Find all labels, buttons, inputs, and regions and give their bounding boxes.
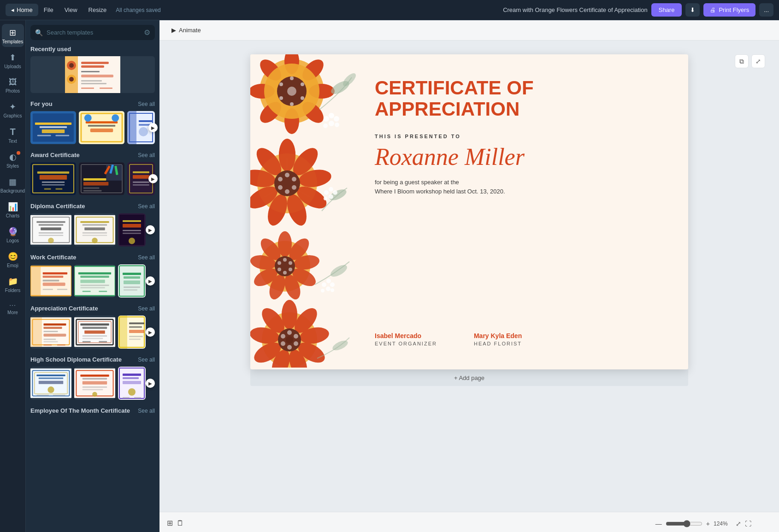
fullscreen-button[interactable]: ⛶ [745,520,751,527]
template-thumb-award-2[interactable] [79,162,124,195]
template-thumb-for-you-1[interactable] [30,111,76,144]
svg-rect-144 [36,395,49,396]
text-icon: T [10,127,15,137]
svg-point-159 [128,388,136,396]
for-you-scroll-arrow[interactable]: ▶ [148,123,158,132]
svg-rect-122 [80,323,109,325]
template-thumb-appreciation-3[interactable] [118,316,146,349]
diploma-cert-see-all[interactable]: See all [138,203,155,210]
svg-rect-39 [42,181,65,183]
employee-see-all[interactable]: See all [138,408,155,414]
work-cert-see-all[interactable]: See all [138,254,155,261]
fit-to-screen-button[interactable]: ⤢ [736,520,741,527]
home-button[interactable]: ◂ Home [6,4,38,16]
template-thumb-work-3[interactable] [118,264,146,298]
page-grid-button[interactable]: ⊞ [167,519,173,527]
template-thumb-diploma-3[interactable] [118,213,146,246]
work-cert-templates: ▶ [30,264,155,298]
svg-rect-78 [123,224,141,228]
award-cert-scroll-arrow[interactable]: ▶ [148,174,158,183]
search-input[interactable] [47,29,140,36]
for-you-see-all[interactable]: See all [138,101,155,107]
svg-point-221 [278,177,283,181]
appreciation-cert-scroll-arrow[interactable]: ▶ [146,327,155,337]
sidebar-item-styles[interactable]: ◐ Styles [2,148,24,171]
download-button[interactable]: ⬇ [685,3,700,17]
svg-point-234 [289,261,292,265]
certificate-canvas[interactable]: CERTIFICATE OF APPRECIATION THIS IS PRES… [250,54,688,369]
svg-rect-97 [80,285,109,286]
animate-button[interactable]: ▶ Animate [167,24,206,36]
resize-label: Resize [89,6,107,13]
template-thumb-appreciation-1[interactable] [30,316,71,349]
template-thumb-diploma-2[interactable] [74,213,115,246]
sidebar-item-photos[interactable]: 🖼 Photos [2,74,24,96]
diploma-cert-scroll-arrow[interactable]: ▶ [146,225,155,234]
template-thumb-highschool-3[interactable] [118,367,146,400]
sidebar-item-charts[interactable]: 📊 Charts [2,198,24,221]
sidebar-item-emoji[interactable]: 😊 Emoji [2,248,24,271]
add-page-bar[interactable]: + Add page [250,369,688,386]
work-cert-scroll-arrow[interactable]: ▶ [146,276,155,286]
canvas-area: ▶ Animate ⧉ ⤢ [159,20,779,532]
template-thumb-award-1[interactable] [30,162,76,195]
svg-point-179 [290,102,294,106]
svg-rect-51 [83,187,100,189]
zoom-slider[interactable] [666,520,702,527]
sidebar-item-templates[interactable]: ⊞ Templates [2,24,24,47]
template-thumb-recent[interactable] [30,56,155,93]
sidebar-item-folders[interactable]: 📁 Folders [2,273,24,296]
svg-rect-149 [83,378,107,380]
svg-rect-141 [39,378,63,380]
sidebar-item-text[interactable]: T Text [2,123,24,146]
sidebar-item-uploads[interactable]: ⬆ Uploads [2,49,24,72]
print-flyers-button[interactable]: 🖨 Print Flyers [703,3,755,17]
view-menu-button[interactable]: View [59,4,83,16]
template-thumb-highschool-1[interactable] [30,367,71,400]
sidebar-item-logos[interactable]: 🔮 Logos [2,223,24,246]
copy-icon-button[interactable]: ⧉ [735,54,749,68]
appreciation-cert-see-all[interactable]: See all [138,305,155,312]
zoom-in-button[interactable]: + [706,520,710,527]
svg-rect-94 [78,272,111,274]
styles-icon: ◐ [9,152,17,162]
template-thumb-appreciation-2[interactable] [74,316,115,349]
templates-panel: 🔍 ⚙ Recently used [26,20,159,532]
file-menu-button[interactable]: File [38,4,59,16]
more-options-button[interactable]: ... [759,3,773,17]
zoom-out-button[interactable]: — [655,520,662,527]
page-controls: ⊞ 🗒 [167,519,184,527]
svg-point-277 [330,288,334,292]
award-cert-see-all[interactable]: See all [138,152,155,158]
svg-rect-136 [129,339,141,340]
charts-icon: 📊 [8,202,18,212]
svg-point-177 [301,82,304,86]
template-thumb-for-you-2[interactable] [79,111,124,144]
template-thumb-highschool-2[interactable] [74,367,115,400]
svg-rect-150 [83,381,107,385]
highschool-scroll-arrow[interactable]: ▶ [146,379,155,388]
resize-icon-button[interactable]: ⤢ [751,54,765,68]
template-thumb-diploma-1[interactable] [30,213,71,246]
folders-icon: 📁 [8,276,18,286]
sidebar-item-more[interactable]: ··· More [2,298,24,318]
canvas-scroll-area[interactable]: ⧉ ⤢ [159,41,779,512]
template-thumb-work-2[interactable] [74,264,115,298]
page-notes-button[interactable]: 🗒 [177,519,184,527]
background-icon: ▦ [9,177,17,187]
svg-point-178 [301,96,304,100]
svg-point-272 [322,282,326,287]
top-navigation: ◂ Home File View Resize All changes save… [0,0,779,20]
svg-rect-140 [36,374,65,376]
template-thumb-work-1[interactable] [30,264,71,298]
sidebar-item-graphics[interactable]: ✦ Graphics [2,98,24,121]
resize-menu-button[interactable]: Resize [83,4,112,16]
svg-point-256 [286,336,293,344]
filter-icon[interactable]: ⚙ [144,28,150,37]
sidebar-item-background[interactable]: ▦ Background [2,173,24,196]
svg-rect-126 [83,338,103,339]
canvas-bottom-bar: ⊞ 🗒 — + 124% ⤢ ⛶ [159,512,779,532]
high-school-see-all[interactable]: See all [138,357,155,363]
share-button[interactable]: Share [651,3,682,17]
svg-point-206 [279,140,295,171]
